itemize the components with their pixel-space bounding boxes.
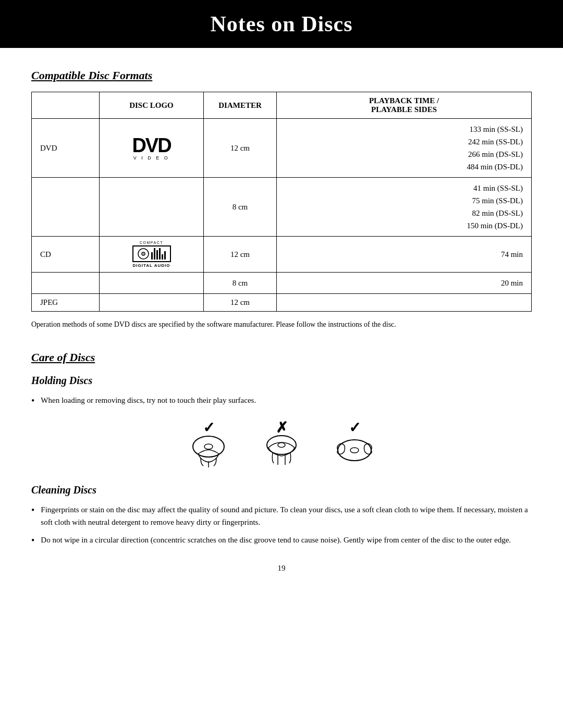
bar1 [151,252,153,260]
svg-point-3 [193,436,224,457]
holding-discs-bullet-1: When loading or removing discs, try not … [41,394,256,406]
holding-discs-subsection: Holding Discs When loading or removing d… [31,375,532,468]
cleaning-discs-subsection: Cleaning Discs Fingerprints or stain on … [31,484,532,548]
cd-8cm-playback: 20 min [277,273,532,294]
disc-handling-icons: ✓ ✗ [31,419,532,468]
disc-formats-table: DISC LOGO DIAMETER PLAYBACK TIME /PLAYAB… [31,92,532,312]
table-row: 8 cm 41 min (SS-SL) 75 min (SS-DL) 82 mi… [32,178,532,237]
cleaning-discs-title: Cleaning Discs [31,484,532,496]
cd-8cm-label [32,273,100,294]
table-row: JPEG 12 cm [32,294,532,312]
col-header-label [32,92,100,119]
svg-point-8 [350,448,359,453]
dvd-8cm-label [32,178,100,237]
table-row: DVD DVD V I D E O 12 cm [32,119,532,178]
dvd-logo: DVD V I D E O [132,135,170,161]
holding-discs-title: Holding Discs [31,375,532,387]
col-header-diameter: DIAMETER [204,92,277,119]
jpeg-label: JPEG [32,294,100,312]
disc-footnote: Operation methods of some DVD discs are … [31,319,532,330]
col-header-disc-logo: DISC LOGO [100,92,204,119]
bar6 [164,251,166,260]
table-row: 8 cm 20 min [32,273,532,294]
page: Notes on Discs Compatible Disc Formats D… [0,0,563,728]
table-header-row: DISC LOGO DIAMETER PLAYBACK TIME /PLAYAB… [32,92,532,119]
cd-label: CD [32,237,100,273]
svg-point-7 [338,440,371,461]
correct-hold-icon-2: ✓ [331,419,378,468]
svg-point-6 [278,442,285,447]
cleaning-discs-bullet-1: Fingerprints or stain on the disc may af… [41,503,532,528]
svg-point-4 [204,444,213,449]
bar4 [159,248,161,260]
cd-logo: COMPACT [106,241,197,268]
cd-logo-cell: COMPACT [100,237,204,273]
cd-8cm-diameter: 8 cm [204,273,277,294]
list-item: Do not wipe in a circular direction (con… [31,534,532,548]
bar3 [156,250,158,260]
cd-icon-box [132,245,171,262]
dvd-logo-text: DVD [132,135,170,155]
disc-bars-group [151,248,166,260]
jpeg-logo [100,294,204,312]
cleaning-discs-bullet-2: Do not wipe in a circular direction (con… [41,534,511,546]
cd-12cm-diameter: 12 cm [204,237,277,273]
list-item: Fingerprints or stain on the disc may af… [31,503,532,528]
compact-text: COMPACT [140,241,163,244]
care-of-discs-section: Care of Discs Holding Discs When loading… [31,351,532,548]
content-area: Compatible Disc Formats DISC LOGO DIAMET… [0,69,563,573]
col-header-playback: PLAYBACK TIME /PLAYABLE SIDES [277,92,532,119]
page-header: Notes on Discs [0,0,563,48]
jpeg-diameter: 12 cm [204,294,277,312]
cd-8cm-logo [100,273,204,294]
cleaning-discs-list: Fingerprints or stain on the disc may af… [31,503,532,548]
cd-disc-svg [138,248,149,260]
dvd-8cm-diameter: 8 cm [204,178,277,237]
page-number: 19 [31,564,532,573]
hand-disc-svg-2 [258,432,305,468]
digital-audio-text: DIGITAL AUDIO [133,263,170,268]
incorrect-hold-icon: ✗ [258,419,305,468]
cd-12cm-playback: 74 min [277,237,532,273]
holding-discs-list: When loading or removing discs, try not … [31,394,532,409]
dvd-8cm-logo [100,178,204,237]
dvd-12cm-diameter: 12 cm [204,119,277,178]
page-title: Notes on Discs [0,11,563,36]
disc-type-label: DVD [32,119,100,178]
svg-point-2 [143,253,144,254]
dvd-8cm-playback: 41 min (SS-SL) 75 min (SS-DL) 82 min (DS… [277,178,532,237]
disc-logo-cell: DVD V I D E O [100,119,204,178]
correct-hold-icon-1: ✓ [185,419,232,468]
hand-disc-svg-1 [185,432,232,468]
table-row: CD COMPACT [32,237,532,273]
dvd-12cm-playback: 133 min (SS-SL) 242 min (SS-DL) 266 min … [277,119,532,178]
jpeg-playback [277,294,532,312]
dvd-video-label: V I D E O [133,155,170,161]
bar5 [162,254,163,260]
care-of-discs-title: Care of Discs [31,351,532,364]
list-item: When loading or removing discs, try not … [31,394,532,409]
compatible-disc-formats-title: Compatible Disc Formats [31,69,532,82]
compatible-disc-formats-section: Compatible Disc Formats DISC LOGO DIAMET… [31,69,532,330]
hand-disc-svg-3 [331,432,378,468]
bar2 [154,248,155,260]
